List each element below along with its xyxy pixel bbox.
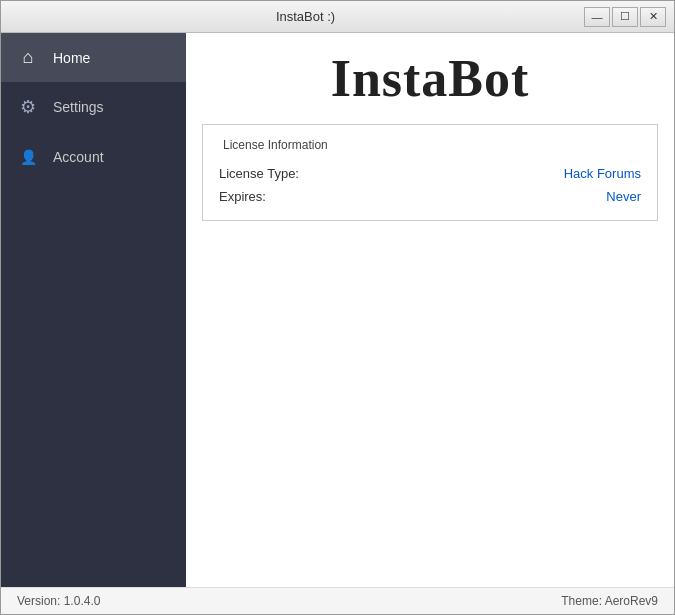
app-body: Home Settings Account InstaBot License I… xyxy=(1,33,674,587)
settings-icon xyxy=(17,96,39,118)
window-title: InstaBot :) xyxy=(27,9,584,24)
license-expires-row: Expires: Never xyxy=(219,185,641,208)
license-type-label: License Type: xyxy=(219,166,299,181)
sidebar-item-account[interactable]: Account xyxy=(1,132,186,181)
license-type-value: Hack Forums xyxy=(564,166,641,181)
license-section-title: License Information xyxy=(219,138,332,152)
footer: Version: 1.0.4.0 Theme: AeroRev9 xyxy=(1,587,674,614)
app-title: InstaBot xyxy=(202,49,658,108)
close-button[interactable]: ✕ xyxy=(640,7,666,27)
sidebar-item-account-label: Account xyxy=(53,149,104,165)
theme-label: Theme: AeroRev9 xyxy=(561,594,658,608)
account-icon xyxy=(17,146,39,167)
home-icon xyxy=(17,47,39,68)
title-bar: InstaBot :) — ☐ ✕ xyxy=(1,1,674,33)
app-icon xyxy=(9,8,27,26)
app-window: InstaBot :) — ☐ ✕ Home Settings Account xyxy=(0,0,675,615)
version-label: Version: 1.0.4.0 xyxy=(17,594,100,608)
minimize-button[interactable]: — xyxy=(584,7,610,27)
restore-button[interactable]: ☐ xyxy=(612,7,638,27)
sidebar: Home Settings Account xyxy=(1,33,186,587)
sidebar-item-home[interactable]: Home xyxy=(1,33,186,82)
main-content: InstaBot License Information License Typ… xyxy=(186,33,674,587)
sidebar-item-settings[interactable]: Settings xyxy=(1,82,186,132)
license-expires-value: Never xyxy=(606,189,641,204)
sidebar-item-settings-label: Settings xyxy=(53,99,104,115)
license-expires-label: Expires: xyxy=(219,189,266,204)
sidebar-item-home-label: Home xyxy=(53,50,90,66)
license-type-row: License Type: Hack Forums xyxy=(219,162,641,185)
license-section: License Information License Type: Hack F… xyxy=(202,124,658,221)
window-controls: — ☐ ✕ xyxy=(584,7,666,27)
